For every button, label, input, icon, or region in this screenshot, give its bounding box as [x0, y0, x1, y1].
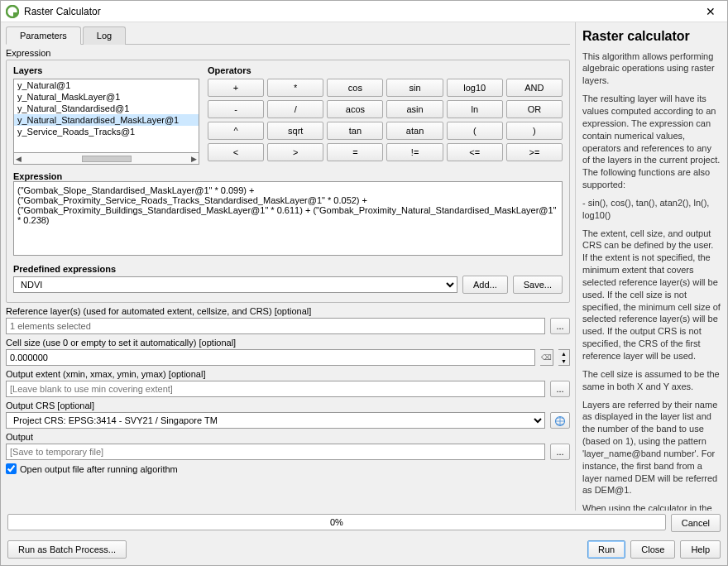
- raster-calculator-dialog: Raster Calculator ✕ Parameters Log Expre…: [0, 0, 728, 566]
- save-button[interactable]: Save...: [513, 276, 563, 294]
- output-label: Output: [6, 432, 570, 442]
- op-minus[interactable]: -: [208, 100, 264, 118]
- window-title: Raster Calculator: [24, 6, 699, 17]
- layers-list[interactable]: y_Natural@1 y_Natural_MaskLayer@1 y_Natu…: [13, 79, 199, 153]
- progress-row: 0% Cancel: [1, 511, 727, 535]
- spinner-up-icon[interactable]: ▲: [558, 350, 569, 357]
- tab-parameters[interactable]: Parameters: [6, 26, 81, 45]
- expression-input[interactable]: [13, 181, 563, 256]
- help-button[interactable]: Help: [680, 540, 721, 559]
- reference-layers-value: 1 elements selected: [6, 318, 545, 334]
- list-item[interactable]: y_Natural_Standardised@1: [14, 103, 199, 114]
- operators-header: Operators: [208, 65, 563, 75]
- reference-layers-browse[interactable]: ...: [550, 318, 570, 334]
- op-le[interactable]: <=: [447, 143, 503, 161]
- scroll-left-icon[interactable]: ◀: [16, 155, 22, 163]
- op-tan[interactable]: tan: [327, 122, 383, 140]
- help-text: - sin(), cos(), tan(), atan2(), ln(), lo…: [582, 197, 721, 222]
- add-button[interactable]: Add...: [462, 276, 508, 294]
- output-input[interactable]: [6, 444, 545, 460]
- op-ne[interactable]: !=: [386, 143, 443, 161]
- scroll-right-icon[interactable]: ▶: [191, 155, 197, 163]
- extent-input[interactable]: [6, 381, 545, 397]
- left-panel: Parameters Log Expression Layers y_Natur…: [1, 22, 575, 511]
- titlebar: Raster Calculator ✕: [1, 1, 727, 22]
- spinner-down-icon[interactable]: ▼: [558, 357, 569, 365]
- parameters-body: Expression Layers y_Natural@1 y_Natural_…: [6, 45, 570, 511]
- op-ln[interactable]: ln: [447, 100, 503, 118]
- help-text: This algorithm allows performing algebra…: [582, 50, 721, 88]
- open-after-label: Open output file after running algorithm: [20, 464, 178, 474]
- help-text: The extent, cell size, and output CRS ca…: [582, 228, 721, 362]
- op-atan[interactable]: atan: [386, 122, 443, 140]
- output-browse[interactable]: ...: [550, 444, 570, 460]
- help-text: The resulting layer will have its values…: [582, 93, 721, 191]
- predefined-select[interactable]: NDVI: [13, 276, 457, 293]
- extent-browse[interactable]: ...: [550, 381, 570, 397]
- op-sqrt[interactable]: sqrt: [267, 122, 323, 140]
- op-gt[interactable]: >: [267, 143, 323, 161]
- reference-layers-label: Reference layer(s) (used for automated e…: [6, 306, 570, 316]
- close-icon[interactable]: ✕: [699, 5, 722, 18]
- op-and[interactable]: AND: [506, 79, 563, 97]
- open-after-checkbox[interactable]: [6, 463, 17, 474]
- extent-label: Output extent (xmin, xmax, ymin, ymax) […: [6, 369, 570, 379]
- list-item[interactable]: y_Natural_Standardised_MaskLayer@1: [14, 114, 199, 126]
- expression-label: Expression: [13, 171, 563, 181]
- main-area: Parameters Log Expression Layers y_Natur…: [1, 22, 727, 511]
- tab-log[interactable]: Log: [83, 26, 126, 45]
- expression-groupbox: Layers y_Natural@1 y_Natural_MaskLayer@1…: [6, 60, 570, 303]
- op-pow[interactable]: ^: [208, 122, 264, 140]
- op-asin[interactable]: asin: [386, 100, 443, 118]
- run-batch-button[interactable]: Run as Batch Process...: [7, 540, 127, 559]
- horizontal-scrollbar[interactable]: ◀ ▶: [13, 153, 199, 165]
- cellsize-input[interactable]: [6, 349, 535, 366]
- help-text: The cell size is assumed to be the same …: [582, 368, 721, 393]
- cellsize-label: Cell size (use 0 or empty to set it auto…: [6, 338, 570, 348]
- layers-header: Layers: [13, 65, 199, 75]
- op-rparen[interactable]: ): [506, 122, 563, 140]
- list-item[interactable]: y_Natural@1: [14, 79, 199, 91]
- qgis-icon: [6, 5, 19, 18]
- op-or[interactable]: OR: [506, 100, 563, 118]
- help-text: When using the calculator in the batch i…: [582, 502, 721, 511]
- predefined-label: Predefined expressions: [13, 264, 563, 274]
- bottom-bar: Run as Batch Process... Run Close Help: [1, 535, 727, 565]
- op-lparen[interactable]: (: [447, 122, 503, 140]
- op-cos[interactable]: cos: [327, 79, 383, 97]
- run-button[interactable]: Run: [587, 540, 625, 559]
- progress-bar: 0%: [7, 514, 666, 530]
- help-text: Layers are referred by their name as dis…: [582, 399, 721, 497]
- cellsize-spinner[interactable]: ▲▼: [558, 349, 570, 366]
- crs-select[interactable]: Project CRS: EPSG:3414 - SVY21 / Singapo…: [6, 412, 545, 429]
- expression-section-label: Expression: [6, 48, 570, 58]
- cellsize-clear-icon[interactable]: ⌫: [540, 349, 553, 366]
- svg-rect-1: [13, 12, 17, 17]
- op-plus[interactable]: +: [208, 79, 264, 97]
- crs-label: Output CRS [optional]: [6, 401, 570, 410]
- cancel-button[interactable]: Cancel: [671, 514, 721, 532]
- op-times[interactable]: *: [267, 79, 323, 97]
- op-sin[interactable]: sin: [386, 79, 443, 97]
- operators-grid: + * cos sin log10 AND - / acos asin ln: [208, 79, 563, 161]
- close-button[interactable]: Close: [630, 540, 675, 559]
- help-panel: Raster calculator This algorithm allows …: [575, 22, 727, 511]
- op-div[interactable]: /: [267, 100, 323, 118]
- op-ge[interactable]: >=: [506, 143, 563, 161]
- scroll-thumb[interactable]: [82, 156, 132, 162]
- op-lt[interactable]: <: [208, 143, 264, 161]
- tabs: Parameters Log: [6, 26, 570, 45]
- op-acos[interactable]: acos: [327, 100, 383, 118]
- op-eq[interactable]: =: [327, 143, 383, 161]
- op-log10[interactable]: log10: [447, 79, 503, 97]
- list-item[interactable]: y_Natural_MaskLayer@1: [14, 91, 199, 103]
- list-item[interactable]: y_Service_Roads_Tracks@1: [14, 126, 199, 137]
- progress-text: 0%: [330, 517, 343, 527]
- crs-picker-button[interactable]: [550, 412, 570, 429]
- help-title: Raster calculator: [582, 27, 721, 46]
